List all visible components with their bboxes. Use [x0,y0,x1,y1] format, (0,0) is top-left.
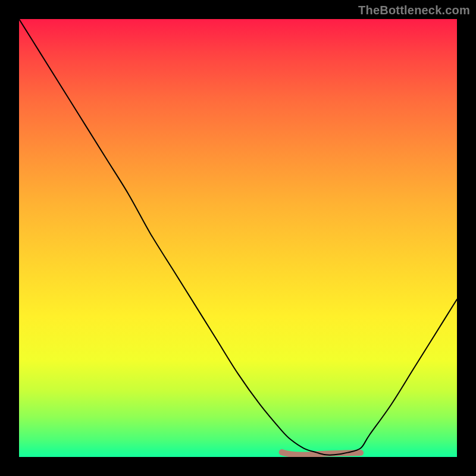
curve-layer [19,19,457,457]
bottleneck-curve [19,19,457,455]
chart-container: TheBottleneck.com [0,0,476,476]
plot-area [19,19,457,457]
attribution-label: TheBottleneck.com [358,4,470,17]
